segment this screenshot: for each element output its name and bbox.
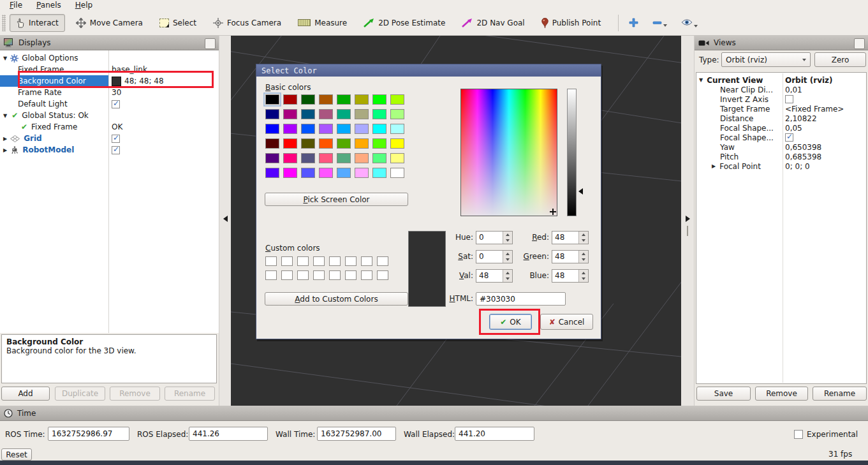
color-swatch[interactable]	[390, 138, 404, 149]
zero-button[interactable]: Zero	[814, 52, 866, 67]
spin-down-icon[interactable]	[503, 276, 512, 283]
spin-down-icon[interactable]	[579, 257, 588, 263]
tree-row-fixed-frame-status[interactable]: ✔ Fixed Frame OK	[0, 121, 219, 133]
color-swatch[interactable]	[283, 94, 297, 105]
row-value[interactable]: 0,650398	[785, 143, 821, 152]
invert-z-checkbox[interactable]	[785, 95, 793, 103]
color-swatch[interactable]	[355, 168, 369, 178]
color-swatch[interactable]	[301, 168, 315, 178]
view-row-focal-shape-size[interactable]: Focal Shape... 0,05	[696, 123, 866, 133]
displays-float-button[interactable]	[205, 38, 216, 49]
color-swatch[interactable]	[337, 138, 351, 149]
color-swatch[interactable]	[265, 256, 277, 266]
color-swatch[interactable]	[265, 124, 279, 134]
menu-file[interactable]: File	[4, 1, 28, 10]
view-type-combobox[interactable]: Orbit (rviz)	[721, 52, 811, 67]
val-spinbox[interactable]: 48	[476, 269, 513, 283]
color-swatch[interactable]	[265, 168, 279, 178]
row-value[interactable]: base_link	[112, 65, 147, 74]
robot-model-enabled-checkbox[interactable]	[112, 146, 120, 154]
color-swatch[interactable]	[345, 256, 357, 266]
collapse-right-arrow-icon[interactable]	[686, 216, 690, 222]
color-swatch[interactable]	[301, 94, 315, 105]
grid-enabled-checkbox[interactable]	[112, 135, 120, 143]
color-swatch[interactable]	[319, 94, 333, 105]
blue-spinbox[interactable]: 48	[552, 269, 589, 283]
color-swatch[interactable]	[337, 94, 351, 105]
visibility-button[interactable]	[677, 16, 702, 30]
color-swatch[interactable]	[355, 124, 369, 134]
move-camera-tool-button[interactable]: Move Camera	[70, 15, 149, 31]
view-row-target-frame[interactable]: Target Frame <Fixed Frame>	[696, 104, 866, 114]
right-splitter[interactable]	[681, 36, 694, 406]
color-swatch[interactable]	[390, 153, 404, 163]
zoom-in-button[interactable]	[625, 15, 642, 30]
hue-spinbox[interactable]: 0	[476, 231, 513, 244]
tree-row-robot-model[interactable]: ▶ RobotModel	[0, 144, 219, 156]
3d-viewport[interactable]: Select Color Basic colors Pick Screen Co…	[231, 36, 681, 406]
ros-time-input[interactable]	[48, 427, 129, 441]
rename-display-button[interactable]: Rename	[165, 387, 215, 401]
color-swatch[interactable]	[281, 270, 293, 280]
zoom-out-button[interactable]	[649, 15, 671, 30]
row-value[interactable]: 0,05	[785, 124, 802, 133]
tree-row-default-light[interactable]: Default Light	[0, 98, 219, 110]
row-value[interactable]: 30	[112, 88, 121, 97]
color-swatch[interactable]	[319, 109, 333, 119]
val-value[interactable]: 48	[476, 270, 503, 282]
view-row-distance[interactable]: Distance 2,10822	[696, 114, 866, 123]
color-swatch[interactable]	[355, 138, 369, 149]
tree-row-fixed-frame[interactable]: Fixed Frame base_link	[0, 64, 219, 75]
remove-display-button[interactable]: Remove	[110, 387, 160, 401]
spin-up-icon[interactable]	[579, 232, 588, 238]
hue-value[interactable]: 0	[476, 232, 503, 244]
tree-row-global-status[interactable]: ▼ ✔ Global Status: Ok	[0, 110, 219, 121]
ok-button[interactable]: ✔ OK	[489, 314, 532, 330]
color-swatch[interactable]	[319, 153, 333, 163]
wall-elapsed-input[interactable]	[455, 427, 534, 441]
color-swatch[interactable]	[265, 270, 277, 280]
tree-row-frame-rate[interactable]: Frame Rate 30	[0, 87, 219, 98]
color-swatch[interactable]	[301, 153, 315, 163]
color-swatch[interactable]	[297, 256, 309, 266]
displays-panel-header[interactable]: Displays	[0, 36, 219, 50]
focal-shape-checkbox[interactable]	[785, 133, 793, 142]
menu-panels[interactable]: Panels	[31, 1, 67, 10]
green-spinbox[interactable]: 48	[552, 250, 589, 263]
blue-value[interactable]: 48	[552, 270, 578, 282]
focus-camera-tool-button[interactable]: Focus Camera	[207, 15, 287, 31]
row-label-selected[interactable]: Background Color	[0, 75, 108, 87]
color-swatch[interactable]	[313, 256, 325, 266]
menu-help[interactable]: Help	[70, 1, 98, 10]
spin-down-icon[interactable]	[579, 238, 588, 244]
color-swatch[interactable]	[377, 270, 388, 280]
red-spinbox[interactable]: 48	[552, 231, 589, 244]
color-swatch[interactable]	[301, 109, 315, 119]
select-tool-button[interactable]: Select	[154, 15, 202, 31]
red-value[interactable]: 48	[552, 232, 578, 244]
color-swatch[interactable]	[319, 138, 333, 149]
collapse-arrow-icon[interactable]: ▶	[3, 136, 7, 142]
tree-row-grid[interactable]: ▶ Grid	[0, 133, 219, 144]
row-value[interactable]: 2,10822	[785, 114, 817, 123]
publish-point-tool-button[interactable]: Publish Point	[536, 15, 607, 31]
spin-up-icon[interactable]	[579, 270, 588, 276]
add-to-custom-colors-button[interactable]: Add to Custom Colors	[265, 292, 408, 306]
color-swatch[interactable]	[355, 94, 369, 105]
cancel-button[interactable]: ✘ Cancel	[540, 314, 593, 330]
color-swatch[interactable]	[337, 109, 351, 119]
color-swatch[interactable]	[283, 168, 297, 178]
green-value[interactable]: 48	[552, 251, 578, 263]
color-swatch[interactable]	[355, 153, 369, 163]
spin-down-icon[interactable]	[503, 257, 512, 263]
duplicate-display-button[interactable]: Duplicate	[55, 387, 105, 401]
spin-down-icon[interactable]	[503, 238, 512, 244]
color-swatch[interactable]	[390, 168, 404, 178]
spin-up-icon[interactable]	[503, 251, 512, 257]
nav-goal-tool-button[interactable]: 2D Nav Goal	[456, 15, 530, 31]
views-float-button[interactable]	[854, 38, 865, 49]
spin-down-icon[interactable]	[579, 276, 588, 283]
view-row-pitch[interactable]: Pitch 0,685398	[696, 152, 866, 161]
color-swatch[interactable]	[372, 153, 386, 163]
row-value[interactable]: 0; 0; 0	[785, 162, 810, 171]
